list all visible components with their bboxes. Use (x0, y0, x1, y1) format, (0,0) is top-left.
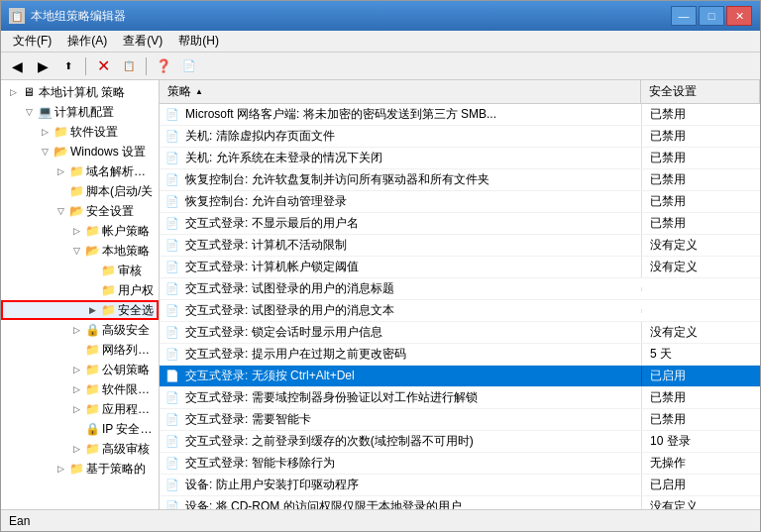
row-policy-icon: 📄 (163, 302, 181, 320)
expand-account[interactable]: ▷ (68, 223, 84, 239)
list-row[interactable]: 📄设备: 将 CD-ROM 的访问权限仅限于本地登录的用户没有定义 (160, 496, 760, 509)
label-windows: Windows 设置 (68, 144, 155, 160)
back-button[interactable]: ◀ (5, 55, 29, 77)
row-setting-text: 已禁用 (641, 148, 760, 168)
expand-windows[interactable]: ▽ (37, 144, 53, 160)
expand-advanced-audit[interactable]: ▷ (68, 322, 84, 338)
expand-pki[interactable]: ▷ (68, 362, 84, 377)
list-row[interactable]: 📄交互式登录: 需要智能卡已禁用 (160, 409, 760, 431)
expand-advanced-audit2[interactable]: ▷ (68, 441, 84, 457)
tree-item-local[interactable]: ▽ 📂 本地策略 (1, 241, 159, 261)
row-policy-text: 交互式登录: 计算机帐户锁定阈值 (181, 257, 641, 277)
list-row[interactable]: 📄交互式登录: 之前登录到缓存的次数(域控制器不可用时)10 登录 (160, 431, 760, 453)
row-policy-text: 交互式登录: 不显示最后的用户名 (181, 213, 641, 234)
expand-based-policy[interactable]: ▷ (53, 461, 68, 477)
header-policy[interactable]: 策略 ▲ (160, 80, 641, 103)
tree-item-root[interactable]: ▷ 🖥 本地计算机 策略 (1, 82, 159, 102)
expand-security[interactable]: ▽ (53, 203, 68, 219)
expand-computer[interactable]: ▽ (21, 104, 37, 120)
header-setting[interactable]: 安全设置 (641, 80, 760, 103)
tree-item-security[interactable]: ▽ 📂 安全设置 (1, 201, 159, 221)
tree-item-scripts[interactable]: 📁 脚本(启动/关 (1, 181, 159, 201)
tree-item-computer[interactable]: ▽ 💻 计算机配置 (1, 102, 159, 122)
row-policy-icon: 📄 (163, 477, 181, 494)
list-row[interactable]: 📄交互式登录: 需要域控制器身份验证以对工作站进行解锁已禁用 (160, 387, 760, 409)
minimize-button[interactable]: — (671, 6, 697, 26)
row-policy-text: 交互式登录: 之前登录到缓存的次数(域控制器不可用时) (181, 431, 641, 452)
list-row[interactable]: 📄交互式登录: 不显示最后的用户名已禁用 (160, 213, 760, 235)
expand-security-options[interactable]: ▶ (84, 302, 100, 318)
tree-item-software[interactable]: ▷ 📁 软件设置 (1, 122, 159, 142)
list-row[interactable]: 📄交互式登录: 智能卡移除行为无操作 (160, 453, 760, 475)
tree-item-pki[interactable]: ▷ 📁 公钥策略 (1, 360, 159, 379)
label-ipsec: IP 安全策略 (100, 421, 155, 438)
expand-root[interactable]: ▷ (5, 84, 21, 100)
tree-item-app-control[interactable]: ▷ 📁 应用程序控 (1, 399, 159, 419)
row-policy-icon: 📄 (163, 150, 181, 167)
icon-root: 🖥 (21, 84, 37, 100)
forward-button[interactable]: ▶ (31, 55, 54, 77)
row-policy-text: 设备: 防止用户安装打印驱动程序 (181, 475, 641, 495)
row-setting-text: 已禁用 (641, 104, 760, 125)
tree-item-dns[interactable]: ▷ 📁 域名解析策略 (1, 161, 159, 181)
icon-advanced-audit2: 📁 (84, 441, 100, 457)
row-setting-text (641, 309, 760, 313)
expand-local[interactable]: ▽ (68, 243, 84, 259)
expand-software[interactable]: ▷ (37, 124, 53, 140)
list-row[interactable]: 📄Microsoft 网络客户端: 将未加密的密码发送到第三方 SMB...已禁… (160, 104, 760, 126)
status-text: Ean (9, 514, 30, 528)
menu-help[interactable]: 帮助(H) (170, 31, 227, 52)
list-row[interactable]: 📄设备: 防止用户安装打印驱动程序已启用 (160, 475, 760, 496)
list-row[interactable]: 📄交互式登录: 无须按 Ctrl+Alt+Del已启用 (160, 366, 760, 387)
tree-item-security-options[interactable]: ▶ 📁 安全选 (1, 300, 159, 320)
list-row[interactable]: 📄交互式登录: 计算机不活动限制没有定义 (160, 235, 760, 257)
row-setting-text: 无操作 (641, 453, 760, 474)
list-row[interactable]: 📄交互式登录: 试图登录的用户的消息标题 (160, 278, 760, 300)
toolbar: ◀ ▶ ⬆ ✕ 📋 ❓ 📄 (1, 53, 760, 80)
tree-item-windows[interactable]: ▽ 📂 Windows 设置 (1, 142, 159, 161)
list-row[interactable]: 📄关机: 允许系统在未登录的情况下关闭已禁用 (160, 148, 760, 169)
tree-item-based-policy[interactable]: ▷ 📁 基于策略的 (1, 459, 159, 479)
list-row[interactable]: 📄关机: 清除虚拟内存页面文件已禁用 (160, 126, 760, 148)
list-row[interactable]: 📄交互式登录: 计算机帐户锁定阈值没有定义 (160, 257, 760, 278)
label-security: 安全设置 (84, 203, 155, 220)
up-button[interactable]: ⬆ (56, 55, 80, 77)
tree-item-advanced-audit2[interactable]: ▷ 📁 高级审核 (1, 439, 159, 459)
icon-account: 📁 (84, 223, 100, 239)
tree-item-ipsec[interactable]: 🔒 IP 安全策略 (1, 419, 159, 439)
menu-action[interactable]: 操作(A) (59, 31, 115, 52)
export-button[interactable]: 📄 (177, 55, 201, 77)
list-row[interactable]: 📄恢复控制台: 允许软盘复制并访问所有驱动器和所有文件夹已禁用 (160, 169, 760, 191)
menu-view[interactable]: 查看(V) (115, 31, 170, 52)
expand-software-restrict[interactable]: ▷ (68, 381, 84, 397)
icon-audit: 📁 (100, 263, 116, 278)
menu-file[interactable]: 文件(F) (5, 31, 59, 52)
tree-item-account[interactable]: ▷ 📁 帐户策略 (1, 221, 159, 241)
close-button[interactable]: ✕ (726, 6, 752, 26)
list-row[interactable]: 📄交互式登录: 提示用户在过期之前更改密码5 天 (160, 344, 760, 366)
list-row[interactable]: 📄恢复控制台: 允许自动管理登录已禁用 (160, 191, 760, 213)
help-button[interactable]: ❓ (152, 55, 175, 77)
maximize-button[interactable]: □ (699, 6, 724, 26)
tree-item-software-restrict[interactable]: ▷ 📁 软件限制策 (1, 379, 159, 399)
tree-item-advanced-audit[interactable]: ▷ 🔒 高级安全 (1, 320, 159, 340)
row-policy-text: 交互式登录: 试图登录的用户的消息标题 (181, 278, 641, 299)
label-advanced-audit2: 高级审核 (100, 441, 155, 458)
properties-button[interactable]: 📋 (117, 55, 141, 77)
row-policy-text: 交互式登录: 锁定会话时显示用户信息 (181, 322, 641, 343)
expand-dns[interactable]: ▷ (53, 163, 68, 179)
tree-item-user-rights[interactable]: 📁 用户权 (1, 280, 159, 300)
row-policy-text: 设备: 将 CD-ROM 的访问权限仅限于本地登录的用户 (181, 496, 641, 509)
list-row[interactable]: 📄交互式登录: 锁定会话时显示用户信息没有定义 (160, 322, 760, 344)
list-row[interactable]: 📄交互式登录: 试图登录的用户的消息文本 (160, 300, 760, 322)
tree-item-audit[interactable]: 📁 审核 (1, 261, 159, 280)
row-policy-icon: 📄 (163, 389, 181, 407)
expand-app-control[interactable]: ▷ (68, 401, 84, 417)
icon-windows: 📂 (53, 144, 68, 160)
icon-based-policy: 📁 (68, 461, 84, 477)
tree-item-network-list[interactable]: 📁 网络列表策 (1, 340, 159, 360)
row-policy-icon: 📄 (163, 346, 181, 364)
delete-button[interactable]: ✕ (91, 55, 115, 77)
main-window: 📋 本地组策略编辑器 — □ ✕ 文件(F) 操作(A) 查看(V) 帮助(H)… (0, 0, 761, 532)
row-policy-text: 关机: 允许系统在未登录的情况下关闭 (181, 148, 641, 168)
